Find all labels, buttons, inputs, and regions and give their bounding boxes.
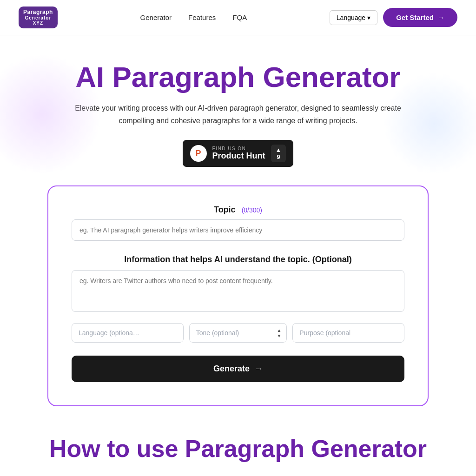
logo-line3: XYZ	[23, 20, 53, 26]
generate-label: Generate	[213, 364, 250, 374]
logo-line1: Paragraph	[23, 9, 53, 15]
ph-vote-count: 9	[277, 153, 280, 160]
ph-text: FIND US ON Product Hunt	[212, 146, 265, 161]
main-form-card: Topic (0/300) Information that helps AI …	[47, 185, 429, 406]
info-label: Information that helps AI understand the…	[72, 254, 404, 265]
topic-label: Topic (0/300)	[72, 205, 404, 215]
ph-find-text: FIND US ON	[212, 146, 265, 151]
ph-vote-arrow-icon: ▲	[276, 146, 282, 153]
get-started-arrow-icon: →	[437, 13, 444, 21]
hero-title: AI Paragraph Generator	[19, 61, 457, 93]
logo[interactable]: Paragraph Generator XYZ	[19, 7, 58, 28]
tone-select[interactable]: Tone (optional)	[189, 323, 287, 343]
info-field-group: Information that helps AI understand the…	[72, 254, 404, 314]
generate-arrow-icon: →	[254, 364, 263, 374]
hero-section: AI Paragraph Generator Elevate your writ…	[0, 35, 476, 406]
navbar: Paragraph Generator XYZ Generator Featur…	[0, 0, 476, 35]
nav-link-generator[interactable]: Generator	[140, 13, 172, 21]
purpose-select[interactable]: Purpose (optional	[292, 323, 404, 343]
topic-char-count: (0/300)	[242, 206, 262, 214]
nav-right: Language ▾ Get Started →	[330, 8, 457, 27]
get-started-label: Get Started	[396, 13, 434, 21]
generate-button[interactable]: Generate →	[72, 356, 404, 382]
bottom-title: How to use Paragraph Generator	[19, 434, 457, 463]
ph-logo-letter: P	[196, 149, 201, 159]
tone-select-wrap: Tone (optional) ▲ ▼	[189, 323, 287, 343]
get-started-button[interactable]: Get Started →	[383, 8, 457, 27]
ph-vote: ▲ 9	[271, 145, 286, 162]
hero-subtitle: Elevate your writing process with our AI…	[71, 102, 405, 127]
topic-input[interactable]	[72, 219, 404, 241]
select-row: Language (optiona… Tone (optional) ▲ ▼ P…	[72, 323, 404, 343]
product-hunt-badge[interactable]: P FIND US ON Product Hunt ▲ 9	[183, 140, 294, 167]
language-arrow-icon: ▾	[367, 14, 370, 21]
product-hunt-logo: P	[190, 145, 207, 162]
language-button[interactable]: Language ▾	[330, 10, 377, 25]
language-label: Language	[337, 14, 365, 21]
info-textarea[interactable]	[72, 270, 404, 312]
language-select[interactable]: Language (optiona…	[72, 323, 184, 343]
tone-arrows-icon: ▲ ▼	[277, 328, 281, 338]
nav-links: Generator Features FQA	[140, 13, 247, 22]
ph-name-text: Product Hunt	[212, 151, 265, 161]
logo-line2: Generator	[23, 15, 53, 20]
bottom-section: How to use Paragraph Generator	[0, 406, 476, 463]
topic-field-group: Topic (0/300)	[72, 205, 404, 241]
nav-link-fqa[interactable]: FQA	[232, 13, 247, 21]
nav-link-features[interactable]: Features	[188, 13, 216, 21]
topic-label-text: Topic	[214, 205, 236, 214]
